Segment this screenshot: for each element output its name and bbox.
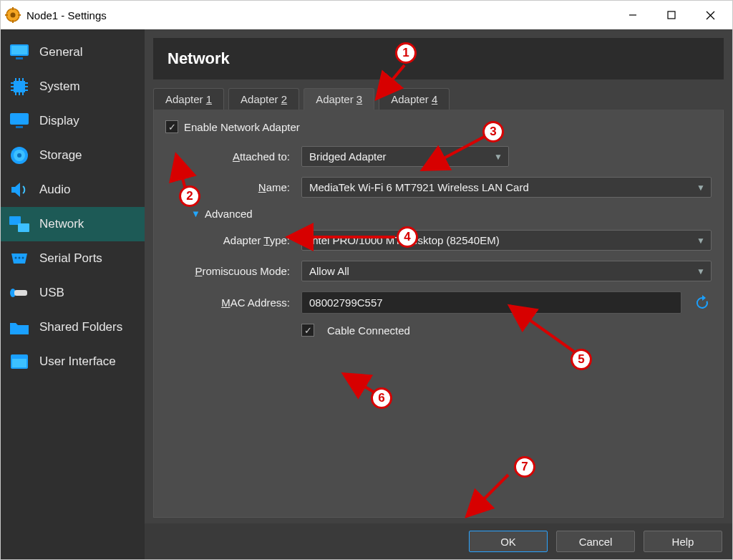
tab-adapter-1[interactable]: Adapter 1 [153,88,224,110]
cable-connected-label: Cable Connected [327,324,410,337]
advanced-label: Addvancedvanced [205,208,253,220]
close-button[interactable] [691,1,729,29]
sidebar-item-storage[interactable]: Storage [1,138,145,173]
sidebar-item-display[interactable]: Display [1,104,145,138]
svg-point-35 [22,257,24,259]
window-body: General System Display Storage Audio Net… [1,29,732,559]
usb-icon [8,281,31,304]
sidebar: General System Display Storage Audio Net… [1,29,145,559]
sidebar-item-label: System [39,79,80,94]
settings-window: Node1 - Settings General System Display … [0,0,733,560]
svg-point-1 [11,13,16,18]
caret-down-icon: ▼ [696,183,705,193]
enable-adapter-label: Enable Network Adapter [184,121,300,133]
caret-down-icon: ▼ [696,266,705,276]
triangle-down-icon: ▼ [191,208,200,219]
sidebar-item-general[interactable]: General [1,35,145,69]
advanced-toggle[interactable]: ▼ Addvancedvanced [191,208,712,220]
help-button[interactable]: Help [644,531,722,552]
cancel-button[interactable]: Cancel [556,531,635,552]
sidebar-item-label: User Interface [39,354,116,369]
serial-port-icon [8,247,31,270]
network-icon [8,213,31,236]
sidebar-item-user-interface[interactable]: User Interface [1,344,145,379]
ok-button[interactable]: OK [469,531,548,552]
svg-point-34 [19,257,21,259]
attached-to-label: Attached to: [165,150,294,163]
promiscuous-mode-select[interactable]: Allow All▼ [301,261,712,281]
svg-point-30 [17,153,21,158]
caret-down-icon: ▼ [494,152,503,162]
speaker-icon [8,178,31,201]
minimize-button[interactable] [613,1,652,29]
svg-rect-39 [12,359,26,367]
maximize-button[interactable] [652,1,691,29]
svg-point-33 [15,257,17,259]
sidebar-item-shared-folders[interactable]: Shared Folders [1,310,145,344]
page-title: Network [153,38,724,79]
tab-adapter-4[interactable]: Adapter 4 [379,88,450,110]
window-title: Node1 - Settings [26,9,107,21]
mac-address-label: MAC Address: [165,296,294,309]
monitor-icon [8,41,31,64]
svg-rect-11 [11,46,27,54]
adapter-tabs: Adapter 1 Adapter 2 Adapter 3 Adapter 4 [145,79,732,110]
folder-icon [8,316,31,339]
name-select[interactable]: MediaTek Wi-Fi 6 MT7921 Wireless LAN Car… [301,177,712,198]
disk-icon [8,144,31,167]
sidebar-item-label: General [39,45,82,59]
dialog-footer: OK Cancel Help [145,523,732,559]
adapter-panel: ✓ Enable Network Adapter Attached to: Br… [153,110,724,518]
svg-rect-12 [16,57,23,59]
sidebar-item-label: Display [39,114,79,128]
chip-icon [8,75,31,98]
display-icon [8,110,31,132]
sidebar-item-label: Shared Folders [39,320,122,334]
sidebar-item-label: Serial Ports [39,251,102,266]
enable-adapter-checkbox[interactable]: ✓ [165,120,178,133]
sidebar-item-serial-ports[interactable]: Serial Ports [1,241,145,276]
sidebar-item-label: Storage [39,148,82,163]
titlebar: Node1 - Settings [1,1,732,29]
app-icon [5,7,21,23]
main-content: Network Adapter 1 Adapter 2 Adapter 3 Ad… [145,29,732,559]
promiscuous-mode-label: Promiscuous Mode: [165,265,294,277]
adapter-type-label: Adapter Type: [165,234,294,246]
sidebar-item-usb[interactable]: USB [1,276,145,310]
svg-rect-7 [668,11,675,19]
svg-rect-26 [10,113,29,125]
svg-rect-27 [16,126,23,128]
adapter-type-select[interactable]: Intel PRO/1000 MT Desktop (82540EM)▼ [301,230,712,251]
caret-down-icon: ▼ [696,236,705,246]
tab-adapter-2[interactable]: Adapter 2 [228,88,299,110]
refresh-mac-button[interactable] [693,294,712,312]
sidebar-item-network[interactable]: Network [1,207,145,241]
sidebar-item-audio[interactable]: Audio [1,173,145,207]
tab-adapter-3[interactable]: Adapter 3 [304,88,374,110]
mac-address-input[interactable]: 08002799C557 [301,291,681,314]
ui-icon [8,350,31,373]
sidebar-item-label: Audio [39,183,70,197]
sidebar-item-system[interactable]: System [1,69,145,104]
attached-to-select[interactable]: Bridged Adapter▼ [301,146,509,167]
svg-rect-13 [14,81,25,92]
sidebar-item-label: Network [39,217,84,231]
svg-rect-37 [14,290,27,296]
svg-rect-32 [18,223,29,232]
name-label: Name: [165,181,294,193]
sidebar-item-label: USB [39,286,64,300]
cable-connected-checkbox[interactable]: ✓ [301,324,314,337]
